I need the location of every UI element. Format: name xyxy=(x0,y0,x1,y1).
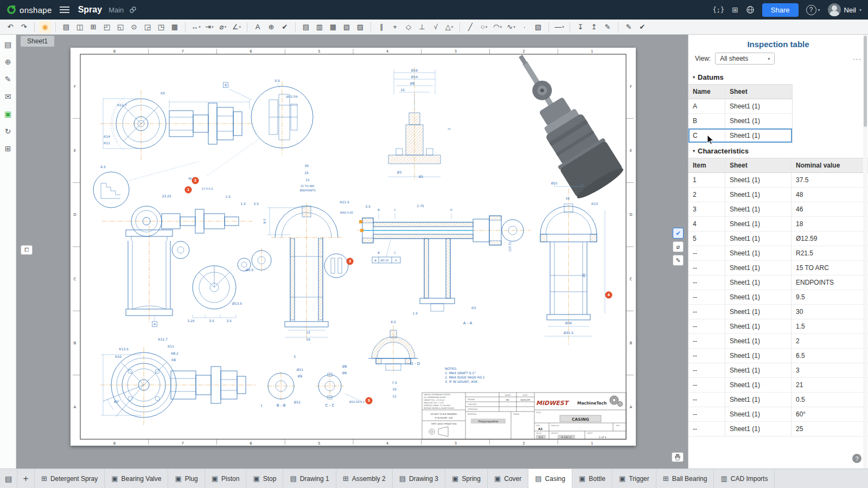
featurescript-icon[interactable]: {;} xyxy=(712,6,724,14)
toolbar-geometric-tolerance[interactable]: ⊥ xyxy=(416,21,428,33)
rail-select-tool[interactable]: ⊕ xyxy=(5,57,11,66)
apps-grid-icon[interactable]: ⊞ xyxy=(732,5,738,14)
toolbar-point[interactable]: · xyxy=(519,21,531,33)
rail-follow-mode[interactable]: ▣ xyxy=(4,110,11,118)
toolbar-inspection-marker[interactable]: ✎ xyxy=(623,21,635,33)
toolbar-projected-view[interactable]: ⊞ xyxy=(87,21,99,33)
table-row[interactable]: --Sheet1 (1)2 xyxy=(688,334,868,349)
rail-history[interactable]: ↻ xyxy=(5,127,11,136)
characteristics-section-header[interactable]: ▾ Characteristics xyxy=(688,143,868,158)
toolbar-inspection-check[interactable]: ✔ xyxy=(636,21,648,33)
toolbar-import[interactable]: ↥ xyxy=(588,21,600,33)
toolbar-auxiliary-view[interactable]: ◰ xyxy=(101,21,113,33)
table-row[interactable]: --Sheet1 (1)R21.5 xyxy=(688,246,868,261)
toolbar-revision-table[interactable]: ▦ xyxy=(327,21,339,33)
toolbar-ordinate-dimension[interactable]: ⇥ xyxy=(203,21,215,33)
manage-tabs-button[interactable]: ▤ xyxy=(0,469,17,488)
toolbar-new-sheet[interactable]: ▤ xyxy=(60,21,72,33)
table-row[interactable]: --Sheet1 (1)15 TO ARC xyxy=(688,261,868,275)
panel-scrollbar[interactable] xyxy=(863,35,867,468)
tab-ball-bearing[interactable]: ⊞Ball Bearing xyxy=(656,469,714,488)
table-row[interactable]: 2Sheet1 (1)48 xyxy=(688,188,868,202)
tab-cover[interactable]: ▣Cover xyxy=(488,469,528,488)
tab-stop[interactable]: ▣Stop xyxy=(246,469,283,488)
tab-spring[interactable]: ▣Spring xyxy=(445,469,488,488)
toolbar-circle[interactable]: ○ xyxy=(478,21,490,33)
toolbar-section-view[interactable]: ◱ xyxy=(114,21,126,33)
table-row[interactable]: 1Sheet1 (1)37.5 xyxy=(688,173,868,188)
toolbar-centerline[interactable]: ∥ xyxy=(375,21,387,33)
tab-drawing-3[interactable]: ▤Drawing 3 xyxy=(393,469,445,488)
toolbar-spline[interactable]: ∿ xyxy=(505,21,517,33)
toolbar-detail-view[interactable]: ⊙ xyxy=(128,21,140,33)
tab-drawing-1[interactable]: ▤Drawing 1 xyxy=(283,469,336,488)
toolbar-crop-view[interactable]: ◲ xyxy=(142,21,154,33)
inspection-settings-button[interactable]: ✎ xyxy=(673,255,684,266)
inspection-balloons[interactable]: 21345 xyxy=(185,177,612,404)
share-button[interactable]: Share xyxy=(762,3,799,17)
viewport-overview-button[interactable]: ⧠ xyxy=(21,245,33,255)
tab-piston[interactable]: ▣Piston xyxy=(205,469,247,488)
onshape-logo[interactable]: onshape xyxy=(7,5,52,15)
rail-sheets-panel[interactable]: ▤ xyxy=(4,40,11,49)
toolbar-radial-dimension[interactable]: ⌀ xyxy=(217,21,229,33)
table-row[interactable]: --Sheet1 (1)25 xyxy=(688,422,868,436)
toolbar-arc[interactable]: ◠ xyxy=(492,21,503,33)
rail-comments[interactable]: ✉ xyxy=(5,92,11,101)
tab-assembly-2[interactable]: ⊞Assembly 2 xyxy=(336,469,393,488)
sheet-tab[interactable]: Sheet1 xyxy=(21,36,54,47)
help-menu[interactable]: ? ▾ xyxy=(806,5,820,15)
rail-tables-panel[interactable]: ⊞ xyxy=(5,144,11,153)
tab-casing[interactable]: ▤Casing xyxy=(528,469,572,488)
toolbar-insert-view[interactable]: ◫ xyxy=(74,21,86,33)
table-row[interactable]: --Sheet1 (1)0.5 xyxy=(688,393,868,407)
toolbar-weld-table[interactable]: ▧ xyxy=(341,21,353,33)
tab-detergent-spray[interactable]: ⊞Detergent Spray xyxy=(35,469,105,488)
toolbar-break-view[interactable]: ◳ xyxy=(155,21,167,33)
toolbar-datum[interactable]: ◇ xyxy=(403,21,414,33)
rail-style-tool[interactable]: ✎ xyxy=(5,75,11,84)
toolbar-redo[interactable]: ↷ xyxy=(18,21,30,33)
toolbar-inspection-table[interactable]: ▨ xyxy=(354,21,366,33)
table-row[interactable]: 5Sheet1 (1)Ø12.59 xyxy=(688,232,868,246)
tab-bearing-valve[interactable]: ▣Bearing Valve xyxy=(105,469,168,488)
scrollbar-thumb[interactable] xyxy=(864,36,867,127)
table-row[interactable]: ASheet1 (1) xyxy=(688,99,792,114)
toolbar-show-hidden-lines[interactable]: ▦ xyxy=(169,21,181,33)
table-row[interactable]: CSheet1 (1) xyxy=(688,129,792,143)
more-options-button[interactable]: ··· xyxy=(853,55,861,63)
toolbar-line[interactable]: ╱ xyxy=(464,21,476,33)
table-row[interactable]: --Sheet1 (1)ENDPOINTS xyxy=(688,275,868,290)
toolbar-hole-table[interactable]: ▤ xyxy=(300,21,312,33)
toolbar-callout[interactable]: ⊕ xyxy=(265,21,277,33)
tab-trigger[interactable]: ▣Trigger xyxy=(612,469,656,488)
toolbar-line-style[interactable]: — xyxy=(553,21,565,33)
table-row[interactable]: 3Sheet1 (1)46 xyxy=(688,202,868,217)
branch-label[interactable]: Main xyxy=(108,6,124,14)
new-tab-button[interactable]: + xyxy=(17,469,35,488)
toolbar-export[interactable]: ↧ xyxy=(575,21,586,33)
table-row[interactable]: --Sheet1 (1)9.5 xyxy=(688,290,868,305)
toolbar-hatch[interactable]: ▧ xyxy=(532,21,544,33)
toolbar-weld-symbol[interactable]: △ xyxy=(443,21,455,33)
table-row[interactable]: --Sheet1 (1)3 xyxy=(688,363,868,378)
tab-plug[interactable]: ▣Plug xyxy=(168,469,205,488)
toolbar-inspection-symbol[interactable]: ◉ xyxy=(39,21,51,33)
selection-handle[interactable] xyxy=(359,220,362,223)
view-dropdown[interactable]: All sheets ▾ xyxy=(715,53,775,65)
inspection-dimension-button[interactable]: ⌀ xyxy=(673,241,684,252)
tab-cad-imports[interactable]: ▥CAD Imports xyxy=(714,469,775,488)
toolbar-note[interactable]: A xyxy=(252,21,264,33)
table-row[interactable]: --Sheet1 (1)1.5 xyxy=(688,319,868,334)
print-button[interactable] xyxy=(672,452,684,462)
panel-scroll-area[interactable]: ▾ Datums NameSheetASheet1 (1)BSheet1 (1)… xyxy=(688,69,868,436)
table-row[interactable]: 4Sheet1 (1)18 xyxy=(688,217,868,232)
table-row[interactable]: --Sheet1 (1)60° xyxy=(688,407,868,422)
globe-icon[interactable] xyxy=(746,5,755,14)
toolbar-surface-finish[interactable]: √ xyxy=(430,21,442,33)
toolbar-angular-dimension[interactable]: ∠ xyxy=(231,21,242,33)
toolbar-center-mark[interactable]: + xyxy=(389,21,401,33)
datums-section-header[interactable]: ▾ Datums xyxy=(688,69,868,84)
table-row[interactable]: --Sheet1 (1)30 xyxy=(688,305,868,319)
table-row[interactable]: --Sheet1 (1)21 xyxy=(688,378,868,393)
